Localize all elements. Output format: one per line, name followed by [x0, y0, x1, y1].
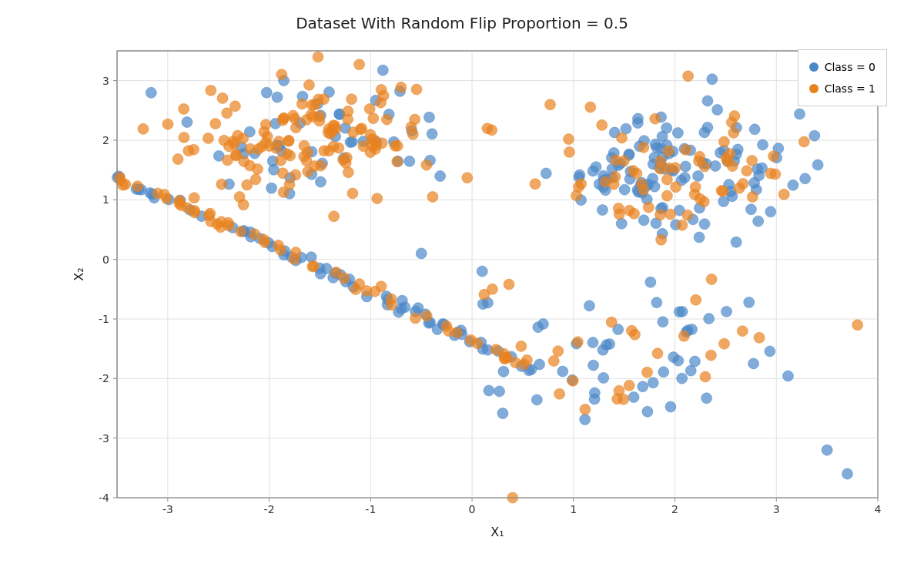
- svg-point-303: [748, 358, 759, 369]
- svg-point-422: [296, 99, 307, 109]
- svg-point-392: [406, 122, 417, 133]
- svg-point-214: [591, 162, 601, 173]
- svg-text:0: 0: [102, 253, 109, 266]
- svg-point-523: [671, 182, 681, 193]
- svg-point-289: [584, 300, 594, 311]
- svg-text:4: 4: [875, 503, 882, 515]
- svg-point-423: [314, 116, 325, 126]
- svg-point-555: [259, 237, 270, 248]
- svg-point-76: [435, 171, 446, 182]
- svg-point-529: [656, 234, 667, 245]
- svg-point-312: [744, 297, 755, 307]
- svg-point-437: [303, 147, 313, 158]
- svg-point-511: [695, 151, 705, 162]
- svg-point-396: [368, 113, 379, 124]
- svg-point-385: [206, 85, 216, 96]
- svg-point-453: [250, 174, 261, 185]
- svg-point-409: [290, 169, 301, 180]
- svg-point-441: [282, 149, 293, 159]
- svg-point-181: [757, 139, 768, 150]
- svg-point-456: [183, 146, 194, 156]
- svg-point-276: [531, 394, 542, 405]
- svg-point-321: [677, 373, 688, 384]
- svg-point-280: [598, 372, 609, 383]
- svg-point-395: [411, 84, 422, 95]
- svg-point-451: [357, 123, 367, 134]
- svg-text:-1: -1: [99, 313, 109, 325]
- svg-point-357: [313, 52, 323, 62]
- svg-point-534: [132, 181, 143, 192]
- svg-point-309: [685, 365, 696, 376]
- svg-point-322: [701, 393, 712, 404]
- svg-point-445: [283, 136, 294, 146]
- svg-point-507: [734, 183, 745, 193]
- chart-container: Dataset With Random Flip Proportion = 0.…: [0, 0, 924, 584]
- svg-point-341: [276, 69, 287, 80]
- svg-point-105: [745, 204, 756, 215]
- legend-label-class1: Class = 1: [825, 78, 875, 99]
- legend: Class = 0 Class = 1: [798, 49, 887, 106]
- svg-point-153: [680, 161, 691, 172]
- svg-point-284: [494, 386, 505, 397]
- svg-point-96: [377, 65, 388, 76]
- svg-text:-1: -1: [365, 503, 376, 515]
- svg-point-510: [683, 71, 694, 82]
- svg-point-552: [236, 227, 246, 237]
- svg-point-443: [290, 113, 300, 124]
- svg-point-201: [632, 113, 643, 124]
- svg-point-596: [652, 348, 663, 359]
- svg-point-324: [484, 385, 494, 396]
- svg-point-370: [203, 133, 213, 143]
- svg-point-382: [189, 193, 199, 203]
- svg-point-602: [553, 346, 564, 357]
- svg-point-332: [416, 248, 427, 259]
- svg-point-559: [289, 253, 300, 264]
- svg-point-428: [278, 113, 289, 124]
- svg-point-524: [670, 163, 681, 173]
- svg-point-585: [754, 332, 765, 343]
- svg-point-590: [700, 371, 711, 382]
- svg-point-557: [275, 245, 286, 256]
- svg-point-116: [541, 168, 551, 179]
- svg-text:2: 2: [671, 503, 678, 515]
- svg-point-302: [782, 371, 793, 381]
- svg-point-182: [794, 109, 805, 119]
- svg-point-574: [441, 321, 452, 331]
- svg-point-604: [606, 317, 617, 327]
- svg-point-498: [576, 179, 587, 190]
- svg-point-391: [162, 119, 173, 129]
- svg-point-448: [421, 159, 432, 170]
- svg-point-328: [537, 318, 548, 329]
- svg-point-606: [567, 375, 578, 386]
- svg-point-528: [765, 168, 776, 179]
- svg-point-325: [534, 359, 545, 370]
- legend-item-class1: Class = 1: [809, 78, 875, 99]
- svg-point-455: [427, 191, 438, 202]
- svg-point-521: [716, 185, 727, 196]
- svg-point-506: [638, 142, 649, 153]
- svg-point-195: [702, 96, 713, 106]
- svg-point-146: [661, 123, 672, 133]
- svg-point-517: [677, 220, 688, 230]
- svg-point-52: [146, 87, 156, 98]
- svg-point-121: [749, 124, 760, 135]
- svg-point-365: [347, 188, 358, 199]
- svg-point-438: [328, 141, 339, 152]
- svg-rect-1: [117, 51, 878, 498]
- svg-point-457: [233, 130, 243, 141]
- svg-point-502: [655, 163, 666, 174]
- svg-point-586: [572, 337, 583, 347]
- svg-point-323: [765, 346, 775, 357]
- svg-point-329: [822, 445, 832, 455]
- svg-point-525: [726, 117, 737, 128]
- legend-dot-class1: [809, 84, 819, 93]
- svg-point-414: [260, 119, 271, 130]
- svg-point-577: [472, 338, 483, 349]
- svg-point-462: [284, 179, 295, 190]
- svg-point-611: [580, 404, 591, 415]
- svg-point-514: [663, 146, 674, 156]
- svg-point-358: [229, 101, 240, 112]
- svg-point-595: [706, 274, 717, 284]
- svg-point-434: [260, 137, 271, 148]
- chart-title: Dataset With Random Flip Proportion = 0.…: [296, 14, 628, 32]
